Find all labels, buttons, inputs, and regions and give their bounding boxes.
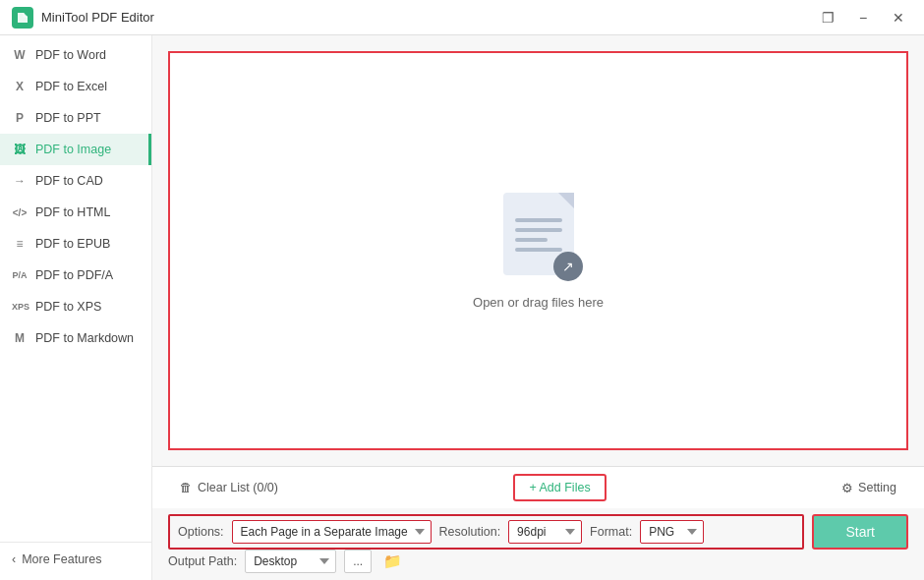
file-line-4: [515, 248, 562, 252]
options-and-start: Options: Each Page in a Separate ImageAl…: [152, 508, 924, 550]
minimize-button[interactable]: −: [849, 7, 877, 29]
pdfa-icon: P/A: [12, 270, 28, 280]
sidebar-label-pdf-to-markdown: PDF to Markdown: [35, 331, 134, 345]
path-folder-button[interactable]: 📁: [379, 551, 406, 572]
ppt-icon: P: [12, 111, 28, 125]
logo-icon: [16, 11, 29, 25]
sidebar: W PDF to Word X PDF to Excel P PDF to PP…: [0, 35, 152, 580]
path-dots-button[interactable]: ...: [344, 550, 372, 573]
file-line-1: [515, 218, 562, 222]
title-bar: MiniTool PDF Editor ❐ − ✕: [0, 0, 924, 35]
main-layout: W PDF to Word X PDF to Excel P PDF to PP…: [0, 35, 924, 580]
sidebar-item-pdf-to-html[interactable]: </> PDF to HTML: [0, 197, 151, 228]
file-line-3: [515, 238, 549, 242]
markdown-icon: M: [12, 331, 28, 345]
sidebar-label-pdf-to-word: PDF to Word: [35, 48, 106, 62]
sidebar-item-pdf-to-epub[interactable]: ≡ PDF to EPUB: [0, 228, 151, 260]
xps-icon: XPS: [12, 302, 28, 312]
app-title: MiniTool PDF Editor: [41, 10, 814, 25]
resolution-select[interactable]: 72dpi96dpi150dpi200dpi300dpi: [508, 520, 582, 544]
sidebar-spacer: [0, 354, 151, 542]
close-button[interactable]: ✕: [885, 7, 912, 29]
excel-icon: X: [12, 80, 28, 93]
sidebar-label-pdf-to-xps: PDF to XPS: [35, 300, 101, 314]
start-button[interactable]: Start: [812, 514, 908, 550]
sidebar-label-pdf-to-excel: PDF to Excel: [35, 80, 107, 93]
drop-label: Open or drag files here: [473, 295, 604, 310]
format-label: Format:: [590, 525, 632, 539]
drop-arrow-badge: ↗: [553, 252, 583, 281]
sidebar-item-pdf-to-xps[interactable]: XPS PDF to XPS: [0, 291, 151, 322]
clear-list-button[interactable]: 🗑 Clear List (0/0): [168, 476, 290, 499]
sidebar-item-pdf-to-excel[interactable]: X PDF to Excel: [0, 71, 151, 102]
clear-list-label: Clear List (0/0): [198, 481, 278, 494]
sidebar-item-pdf-to-markdown[interactable]: M PDF to Markdown: [0, 322, 151, 354]
epub-icon: ≡: [12, 237, 28, 251]
output-path-label: Output Path:: [168, 554, 237, 568]
sidebar-label-pdf-to-cad: PDF to CAD: [35, 174, 103, 188]
setting-label: Setting: [858, 481, 896, 494]
options-label: Options:: [178, 525, 224, 539]
word-icon: W: [12, 48, 28, 62]
sidebar-item-pdf-to-word[interactable]: W PDF to Word: [0, 39, 151, 71]
arrow-icon: ↗: [562, 259, 574, 274]
sidebar-label-pdf-to-epub: PDF to EPUB: [35, 237, 110, 251]
sidebar-item-pdf-to-image[interactable]: 🖼 PDF to Image: [0, 134, 151, 165]
options-select[interactable]: Each Page in a Separate ImageAll Pages i…: [232, 520, 432, 544]
sidebar-item-pdf-to-cad[interactable]: → PDF to CAD: [0, 165, 151, 197]
add-files-button[interactable]: + Add Files: [513, 474, 606, 501]
drop-zone[interactable]: ↗ Open or drag files here: [168, 51, 908, 450]
cad-icon: →: [12, 174, 28, 188]
more-features-label: More Features: [22, 552, 101, 566]
resolution-label: Resolution:: [439, 525, 501, 539]
sidebar-item-pdf-to-ppt[interactable]: P PDF to PPT: [0, 102, 151, 134]
sidebar-label-pdf-to-ppt: PDF to PPT: [35, 111, 101, 125]
file-line-2: [515, 228, 562, 232]
image-icon: 🖼: [12, 143, 28, 156]
window-controls: ❐ − ✕: [814, 7, 912, 29]
sidebar-label-pdf-to-html: PDF to HTML: [35, 205, 110, 219]
drop-icon-wrapper: ↗: [494, 193, 583, 281]
output-path-row: Output Path: DesktopDocumentsDownloadsCu…: [152, 550, 924, 580]
html-icon: </>: [12, 207, 28, 218]
setting-icon: ⚙: [841, 481, 853, 495]
format-select[interactable]: PNGJPGBMPTIFFGIF: [640, 520, 704, 544]
drop-zone-container: ↗ Open or drag files here: [152, 35, 924, 466]
app-logo: [12, 7, 33, 29]
sidebar-item-pdf-to-pdfa[interactable]: P/A PDF to PDF/A: [0, 260, 151, 291]
sidebar-label-pdf-to-pdfa: PDF to PDF/A: [35, 268, 113, 282]
maximize-button[interactable]: ❐: [814, 7, 841, 29]
more-features-item[interactable]: ‹ More Features: [0, 542, 151, 576]
add-files-label: + Add Files: [529, 481, 590, 494]
sidebar-label-pdf-to-image: PDF to Image: [35, 143, 111, 156]
clear-list-icon: 🗑: [180, 481, 193, 494]
setting-button[interactable]: ⚙ Setting: [830, 476, 908, 500]
content-area: ↗ Open or drag files here 🗑 Clear List (…: [152, 35, 924, 580]
file-lines: [515, 218, 562, 252]
bottom-section: Options: Each Page in a Separate ImageAl…: [152, 508, 924, 580]
more-features-icon: ‹: [12, 552, 16, 566]
bottom-toolbar: 🗑 Clear List (0/0) + Add Files ⚙ Setting: [152, 466, 924, 508]
options-row: Options: Each Page in a Separate ImageAl…: [168, 514, 804, 550]
output-path-select[interactable]: DesktopDocumentsDownloadsCustom: [245, 550, 336, 573]
